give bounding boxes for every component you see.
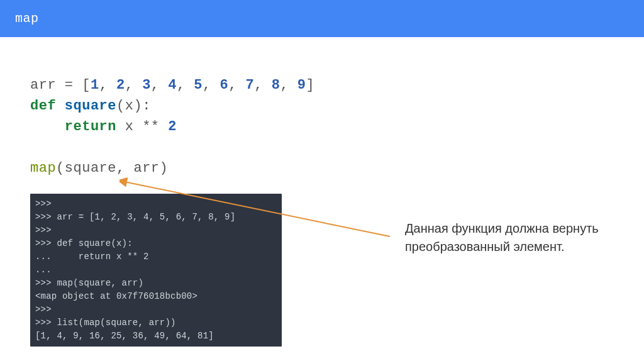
code-text: (square, arr) (56, 160, 168, 176)
code-line-2: def square(x): (30, 96, 614, 116)
code-sep: , (203, 77, 219, 93)
code-text: arr = [ (30, 77, 91, 93)
code-text: ] (306, 77, 315, 93)
code-line-3: return x ** 2 (30, 116, 614, 137)
code-sep: , (177, 77, 194, 93)
code-example: arr = [1, 2, 3, 4, 5, 6, 7, 8, 9] def sq… (30, 75, 614, 179)
slide-header: map (0, 0, 644, 37)
code-number: 8 (272, 77, 280, 93)
code-number: 7 (246, 77, 255, 93)
code-number: 6 (219, 77, 228, 93)
code-line-5: map(square, arr) (30, 158, 614, 179)
code-sep: , (254, 77, 271, 93)
code-indent (30, 119, 65, 135)
code-blank-line (30, 137, 614, 158)
code-text: x ** (116, 119, 168, 135)
slide-title: map (15, 11, 39, 26)
annotation-text: Данная функция должна вернуть преобразов… (405, 219, 606, 256)
terminal-output: >>> >>> arr = [1, 2, 3, 4, 5, 6, 7, 8, 9… (30, 194, 282, 347)
code-function-name: square (65, 98, 116, 114)
code-text: (x): (116, 98, 151, 114)
code-line-1: arr = [1, 2, 3, 4, 5, 6, 7, 8, 9] (30, 75, 614, 96)
code-number: 2 (168, 119, 177, 135)
code-keyword: def (30, 98, 56, 114)
code-number: 9 (297, 77, 306, 93)
code-call: map (30, 160, 56, 176)
code-sep: , (280, 77, 297, 93)
slide-content: arr = [1, 2, 3, 4, 5, 6, 7, 8, 9] def sq… (0, 37, 644, 347)
code-number: 1 (91, 77, 99, 93)
code-sep: , (99, 77, 116, 93)
code-sep: , (125, 77, 142, 93)
code-sep: , (228, 77, 245, 93)
code-number: 4 (168, 77, 177, 93)
code-keyword: return (65, 119, 116, 135)
code-number: 2 (116, 77, 125, 93)
code-sep: , (151, 77, 168, 93)
code-number: 3 (142, 77, 151, 93)
code-number: 5 (194, 77, 203, 93)
